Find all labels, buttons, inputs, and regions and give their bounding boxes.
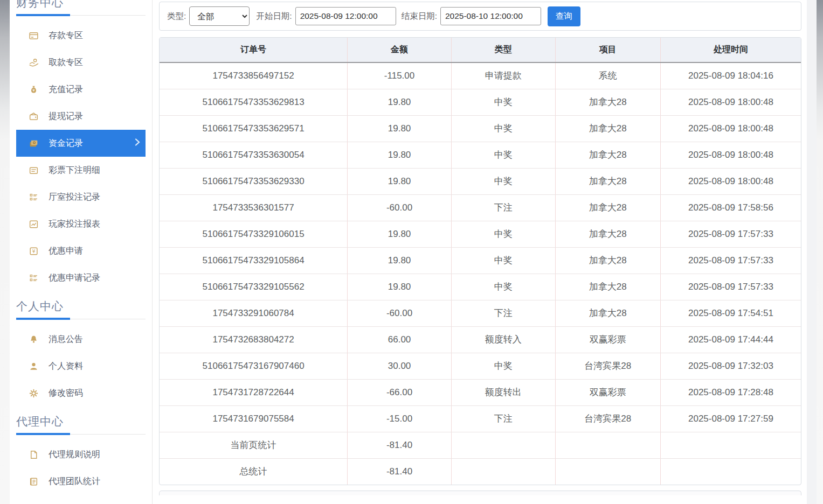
bank-cards-icon	[28, 138, 39, 149]
table-cell: 1754732683804272	[160, 326, 348, 353]
checklist-icon	[28, 192, 39, 202]
table-cell: 双赢彩票	[555, 379, 660, 405]
table-row: 1754731728722644-66.00额度转出双赢彩票2025-08-09…	[160, 379, 801, 405]
sidebar-item-recharge-records[interactable]: ¥ 充值记录	[16, 76, 146, 103]
sidebar-item-label: 资金记录	[49, 138, 83, 149]
table-cell: -15.00	[348, 405, 452, 432]
sidebar-item-withdrawal-records[interactable]: 提现记录	[16, 103, 146, 130]
table-row: 5106617547335362957119.80中奖加拿大282025-08-…	[160, 115, 801, 142]
table-cell: 系统	[555, 62, 660, 89]
sidebar-item-deposit-zone[interactable]: 存款专区	[16, 22, 146, 49]
main-right-margin	[807, 0, 817, 504]
table-cell: 2025-08-09 17:57:33	[660, 247, 801, 274]
sidebar-item-withdrawal-zone[interactable]: 取款专区	[16, 49, 146, 76]
type-filter-select[interactable]: 全部	[189, 6, 250, 26]
table-cell: 2025-08-09 17:44:44	[660, 326, 801, 353]
sidebar-item-lottery-bet-details[interactable]: 彩票下注明细	[16, 157, 146, 184]
sidebar: 财务中心 存款专区 取款专区 ¥ 充值记录 提现记录	[10, 0, 153, 504]
gear-icon	[28, 388, 39, 398]
fund-records-table: 订单号 金额 类型 项目 处理时间 1754733856497152-115.0…	[160, 38, 801, 485]
table-cell: 2025-08-09 17:54:51	[660, 300, 801, 326]
table-cell: 66.00	[348, 326, 452, 353]
sidebar-item-agent-rules[interactable]: 代理规则说明	[16, 441, 146, 468]
table-cell: 加拿大28	[555, 247, 660, 274]
table-cell: 19.80	[348, 221, 452, 247]
sidebar-item-label: 取款专区	[49, 57, 83, 68]
sidebar-item-player-bet-report[interactable]: 玩家投注报表	[16, 211, 146, 237]
table-cell: 下注	[451, 300, 555, 326]
table-cell: 30.00	[348, 353, 452, 379]
sidebar-item-fund-records[interactable]: 资金记录	[16, 130, 146, 157]
column-header-amount: 金额	[348, 38, 452, 62]
wallet-icon	[28, 111, 39, 122]
user-icon	[28, 361, 39, 372]
table-cell: 51066175473329105562	[160, 274, 348, 300]
sidebar-section-title-agent: 代理中心	[16, 414, 152, 429]
table-cell: 双赢彩票	[555, 326, 660, 353]
sidebar-item-change-password[interactable]: 修改密码	[16, 380, 146, 407]
summary-row: 总统计-81.40	[160, 458, 801, 485]
report-book-icon	[28, 476, 39, 487]
sidebar-item-label: 彩票下注明细	[49, 165, 100, 176]
table-cell: 下注	[451, 194, 555, 221]
table-cell: 19.80	[348, 142, 452, 168]
table-row: 5106617547332910556219.80中奖加拿大282025-08-…	[160, 274, 801, 300]
table-cell: 19.80	[348, 89, 452, 115]
envelope-yen-icon: ¥	[28, 246, 39, 256]
page: 财务中心 存款专区 取款专区 ¥ 充值记录 提现记录	[0, 0, 823, 504]
column-header-time: 处理时间	[660, 38, 801, 62]
table-header-row: 订单号 金额 类型 项目 处理时间	[160, 38, 801, 62]
table-cell	[451, 432, 555, 458]
table-cell: 台湾宾果28	[555, 405, 660, 432]
table-cell: 2025-08-09 18:00:48	[660, 89, 801, 115]
sidebar-item-messages[interactable]: 消息公告	[16, 326, 146, 353]
table-cell: 加拿大28	[555, 115, 660, 142]
sidebar-item-profile[interactable]: 个人资料	[16, 353, 146, 380]
sidebar-item-label: 提现记录	[49, 111, 83, 122]
summary-row: 当前页统计-81.40	[160, 432, 801, 458]
table-cell: 1754733856497152	[160, 62, 348, 89]
checklist-icon	[28, 272, 39, 283]
sidebar-item-label: 代理团队统计	[49, 476, 100, 487]
start-date-label: 开始日期:	[256, 11, 292, 22]
table-row: 5106617547335362981319.80中奖加拿大282025-08-…	[160, 89, 801, 115]
table-cell: 1754733291060784	[160, 300, 348, 326]
table-cell: 19.80	[348, 168, 452, 194]
table-row: 1754733856497152-115.00申请提款系统2025-08-09 …	[160, 62, 801, 89]
table-row: 5106617547335362933019.80中奖加拿大282025-08-…	[160, 168, 801, 194]
sidebar-item-promo-application-records[interactable]: 优惠申请记录	[16, 264, 146, 291]
sidebar-item-label: 玩家投注报表	[49, 219, 100, 230]
sidebar-item-label: 厅室投注记录	[49, 192, 100, 203]
table-cell	[555, 458, 660, 485]
sidebar-item-promo-application[interactable]: ¥ 优惠申请	[16, 237, 146, 264]
fund-records-table-panel: 订单号 金额 类型 项目 处理时间 1754733856497152-115.0…	[159, 37, 801, 485]
table-cell: 下注	[451, 405, 555, 432]
sidebar-item-label: 修改密码	[49, 388, 83, 399]
sidebar-item-label: 代理规则说明	[49, 449, 100, 460]
sidebar-item-agent-team-stats[interactable]: 代理团队统计	[16, 468, 146, 495]
sidebar-item-label: 充值记录	[49, 84, 83, 95]
start-date-input[interactable]	[295, 7, 396, 25]
end-date-input[interactable]	[440, 7, 541, 25]
table-cell: 51066175473329105864	[160, 247, 348, 274]
search-button[interactable]: 查询	[548, 6, 580, 26]
table-cell: 51066175473329106015	[160, 221, 348, 247]
table-cell: -60.00	[348, 194, 452, 221]
page-edge-gradient-left	[0, 0, 10, 504]
filter-bar: 类型: 全部 开始日期: 结束日期: 查询	[159, 2, 801, 31]
svg-text:¥: ¥	[32, 248, 35, 254]
table-cell: 加拿大28	[555, 89, 660, 115]
table-cell: 中奖	[451, 247, 555, 274]
table-cell: 2025-08-09 17:57:33	[660, 274, 801, 300]
table-cell: 2025-08-09 18:04:16	[660, 62, 801, 89]
table-cell: -81.40	[348, 432, 452, 458]
table-cell: 2025-08-09 17:58:56	[660, 194, 801, 221]
table-cell: 台湾宾果28	[555, 353, 660, 379]
table-cell	[660, 432, 801, 458]
end-date-label: 结束日期:	[402, 11, 437, 22]
sidebar-item-label: 存款专区	[49, 30, 83, 41]
table-cell: 额度转出	[451, 379, 555, 405]
sidebar-item-hall-bet-records[interactable]: 厅室投注记录	[16, 184, 146, 211]
sidebar-item-label: 消息公告	[49, 334, 83, 345]
table-cell: 51066175473353630054	[160, 142, 348, 168]
